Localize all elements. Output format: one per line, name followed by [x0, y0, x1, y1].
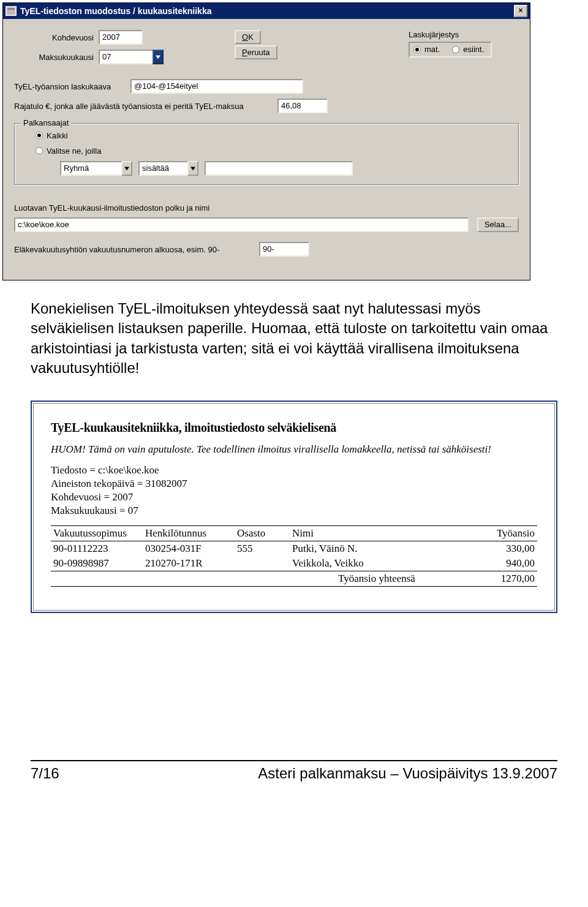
radio-mat-label: mat. — [424, 43, 440, 56]
laskujarjestys-group: mat. esiint. — [409, 42, 492, 58]
radio-esiint[interactable]: esiint. — [452, 43, 484, 56]
radio-valitse-label: Valitse ne, joilla — [47, 146, 101, 156]
window-title: TyEL-tiedoston muodostus / kuukausitekni… — [20, 6, 211, 16]
kaava-label: TyEL-työansion laskukaava — [14, 82, 130, 91]
filter-field-combo[interactable]: Ryhmä — [60, 161, 132, 176]
report-title: TyEL-kuukausitekniikka, ilmoitustiedosto… — [51, 421, 537, 435]
filter-field-value: Ryhmä — [60, 161, 121, 176]
chevron-down-icon — [187, 161, 198, 176]
laskujarjestys-label: Laskujärjestys — [409, 30, 519, 39]
svg-marker-0 — [156, 56, 160, 59]
filter-op-value: sisältää — [138, 161, 187, 176]
table-row: 90-09898987 210270-171R Veikkola, Veikko… — [51, 556, 537, 571]
titlebar: TyEL-tiedoston muodostus / kuukausitekni… — [3, 3, 530, 19]
rajatulo-input[interactable]: 46,08 — [277, 99, 328, 113]
report-frame: TyEL-kuukausitekniikka, ilmoitustiedosto… — [31, 401, 557, 613]
total-value: 1270,00 — [464, 571, 537, 586]
col-sop: Vakuutussopimus — [51, 525, 143, 541]
kohdevuosi-label: Kohdevuosi — [14, 33, 99, 42]
dialog-window: TyEL-tiedoston muodostus / kuukausitekni… — [2, 2, 530, 280]
total-row: Työansio yhteensä 1270,00 — [51, 571, 537, 586]
maksukuukausi-label: Maksukuukausi — [14, 53, 99, 62]
col-os: Osasto — [235, 525, 290, 541]
report-note: HUOM! Tämä on vain aputuloste. Tee todel… — [51, 443, 537, 456]
col-ht: Henkilötunnus — [143, 525, 235, 541]
svg-marker-2 — [190, 167, 195, 171]
report-meta-2: Kohdevuosi = 2007 — [51, 491, 537, 503]
palkansaajat-legend: Palkansaajat — [21, 118, 71, 127]
radio-valitse[interactable]: Valitse ne, joilla — [36, 146, 101, 156]
document-paragraph: Konekielisen TyEL-ilmoituksen yhteydessä… — [0, 280, 588, 382]
page-footer: 7/16 Asteri palkanmaksu – Vuosipäivitys … — [0, 761, 588, 794]
radio-esiint-label: esiint. — [463, 43, 484, 56]
report-meta-0: Tiedosto = c:\koe\koe.koe — [51, 464, 537, 476]
radio-kaikki[interactable]: Kaikki — [36, 131, 68, 140]
chevron-down-icon — [153, 50, 164, 64]
footer-text: Asteri palkanmaksu – Vuosipäivitys 13.9.… — [258, 765, 557, 782]
vaknum-input[interactable]: 90- — [259, 242, 309, 257]
palkansaajat-group: Palkansaajat Kaikki Valitse ne, joilla R… — [14, 123, 519, 185]
vaknum-label: Eläkevakuutusyhtiön vakuutusnumeron alku… — [14, 245, 259, 254]
report-meta-1: Aineiston tekopäivä = 31082007 — [51, 478, 537, 490]
report-meta-3: Maksukuukausi = 07 — [51, 505, 537, 517]
dialog-body: Kohdevuosi 2007 Maksukuukausi 07 OK Peru… — [3, 19, 530, 280]
chevron-down-icon — [121, 161, 132, 176]
kohdevuosi-input[interactable]: 2007 — [99, 30, 143, 45]
report-table: Vakuutussopimus Henkilötunnus Osasto Nim… — [51, 525, 537, 587]
ok-button[interactable]: OK — [235, 30, 261, 44]
svg-marker-1 — [124, 167, 129, 171]
radio-kaikki-label: Kaikki — [47, 131, 68, 140]
close-button[interactable]: × — [514, 5, 527, 17]
path-input[interactable]: c:\koe\koe.koe — [14, 217, 469, 232]
table-row: 90-01112223 030254-031F 555 Putki, Väinö… — [51, 541, 537, 556]
path-label: Luotavan TyEL-kuukausi-ilmoitustiedoston… — [14, 203, 519, 213]
maksukuukausi-value: 07 — [99, 50, 153, 64]
filter-op-combo[interactable]: sisältää — [138, 161, 198, 176]
col-ans: Työansio — [464, 525, 537, 541]
rajatulo-label: Rajatulo €, jonka alle jäävästä työansio… — [14, 102, 277, 111]
maksukuukausi-combo[interactable]: 07 — [99, 50, 164, 64]
radio-mat[interactable]: mat. — [413, 43, 440, 56]
total-label: Työansio yhteensä — [290, 571, 464, 586]
browse-button[interactable]: Selaa... — [477, 217, 519, 232]
window-icon — [6, 6, 17, 16]
cancel-button[interactable]: Peruuta — [235, 45, 277, 59]
footer-page: 7/16 — [31, 765, 59, 782]
filter-val-input[interactable] — [205, 161, 353, 176]
kaava-input[interactable]: @104-@154eityel — [130, 79, 303, 94]
col-nimi: Nimi — [290, 525, 464, 541]
